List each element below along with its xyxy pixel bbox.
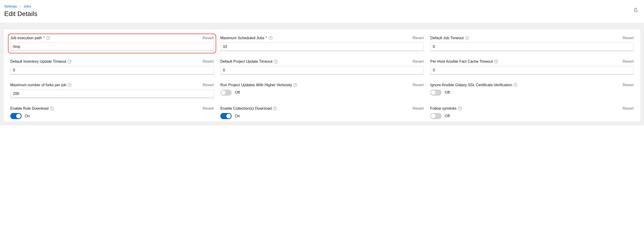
- input-default-inventory-timeout[interactable]: [10, 66, 214, 75]
- label-default-job-timeout: Default Job Timeout: [430, 36, 464, 40]
- toggle-ignore-ssl[interactable]: [430, 90, 442, 96]
- label-default-project-timeout: Default Project Update Timeout: [220, 59, 272, 64]
- input-default-project-timeout[interactable]: [220, 66, 424, 75]
- content-area: Job execution path * ? Revert Maximum Sc…: [0, 23, 644, 125]
- toggle-label: Off: [235, 90, 240, 95]
- settings-grid: Job execution path * ? Revert Maximum Sc…: [10, 36, 634, 119]
- page-header: Settings › Jobs Edit Details: [0, 0, 644, 23]
- field-job-execution-path: Job execution path * ? Revert: [10, 36, 214, 51]
- revert-button[interactable]: Revert: [412, 59, 424, 64]
- page-title: Edit Details: [4, 10, 640, 18]
- revert-button[interactable]: Revert: [623, 36, 634, 40]
- field-default-project-timeout: Default Project Update Timeout ? Revert: [220, 59, 424, 75]
- help-icon[interactable]: ?: [514, 83, 517, 87]
- field-default-inventory-timeout: Default Inventory Update Timeout ? Rever…: [10, 59, 214, 75]
- revert-button[interactable]: Revert: [623, 106, 634, 111]
- toggle-label: On: [25, 114, 30, 118]
- field-follow-symlinks: Follow symlinks ? Revert Off: [430, 106, 634, 119]
- input-max-scheduled-jobs[interactable]: [220, 43, 424, 51]
- revert-button[interactable]: Revert: [203, 83, 214, 87]
- label-job-execution-path: Job execution path: [10, 36, 42, 40]
- help-icon[interactable]: ?: [274, 60, 278, 63]
- breadcrumb-separator: ›: [20, 5, 21, 8]
- field-max-forks: Maximum number of forks per job ? Revert: [10, 83, 214, 98]
- field-enable-role-download: Enable Role Download ? Revert On: [10, 106, 214, 119]
- toggle-higher-verbosity[interactable]: [220, 90, 232, 96]
- help-icon[interactable]: ?: [68, 60, 71, 63]
- required-indicator: *: [43, 36, 44, 40]
- help-icon[interactable]: ?: [294, 83, 297, 87]
- toggle-label: Off: [445, 90, 450, 95]
- settings-card: Job execution path * ? Revert Maximum Sc…: [4, 29, 640, 121]
- toggle-label: Off: [445, 114, 450, 118]
- help-icon[interactable]: ?: [458, 107, 462, 110]
- field-default-job-timeout: Default Job Timeout ? Revert: [430, 36, 634, 51]
- input-default-job-timeout[interactable]: [430, 43, 634, 51]
- help-icon[interactable]: ?: [494, 60, 498, 63]
- label-max-forks: Maximum number of forks per job: [10, 83, 66, 87]
- label-fact-cache-timeout: Per-Host Ansible Fact Cache Timeout: [430, 59, 493, 64]
- help-icon[interactable]: ?: [269, 36, 272, 40]
- field-enable-collection-download: Enable Collection(s) Download ? Revert O…: [220, 106, 424, 119]
- field-ignore-ssl: Ignore Ansible Galaxy SSL Certificate Ve…: [430, 83, 634, 98]
- breadcrumb-jobs-link[interactable]: Jobs: [24, 4, 31, 8]
- toggle-enable-collection-download[interactable]: [220, 113, 232, 119]
- breadcrumb: Settings › Jobs: [4, 4, 640, 8]
- help-icon[interactable]: ?: [465, 36, 469, 40]
- help-icon[interactable]: ?: [46, 36, 50, 40]
- revert-button[interactable]: Revert: [412, 106, 424, 111]
- field-fact-cache-timeout: Per-Host Ansible Fact Cache Timeout ? Re…: [430, 59, 634, 75]
- label-default-inventory-timeout: Default Inventory Update Timeout: [10, 59, 66, 64]
- input-max-forks[interactable]: [10, 90, 214, 98]
- help-icon[interactable]: ?: [50, 107, 54, 110]
- revert-button[interactable]: Revert: [623, 83, 634, 87]
- field-max-scheduled-jobs: Maximum Scheduled Jobs * ? Revert: [220, 36, 424, 51]
- label-enable-role-download: Enable Role Download: [10, 106, 48, 111]
- label-follow-symlinks: Follow symlinks: [430, 106, 456, 111]
- history-icon[interactable]: [633, 8, 638, 13]
- input-fact-cache-timeout[interactable]: [430, 66, 634, 75]
- help-icon[interactable]: ?: [273, 107, 277, 110]
- revert-button[interactable]: Revert: [203, 59, 214, 64]
- label-ignore-ssl: Ignore Ansible Galaxy SSL Certificate Ve…: [430, 83, 512, 87]
- field-higher-verbosity: Run Project Updates With Higher Verbosit…: [220, 83, 424, 98]
- toggle-enable-role-download[interactable]: [10, 113, 22, 119]
- revert-button[interactable]: Revert: [412, 36, 424, 40]
- label-max-scheduled-jobs: Maximum Scheduled Jobs: [220, 36, 264, 40]
- revert-button[interactable]: Revert: [203, 36, 214, 40]
- revert-button[interactable]: Revert: [623, 59, 634, 64]
- label-enable-collection-download: Enable Collection(s) Download: [220, 106, 272, 111]
- input-job-execution-path[interactable]: [10, 43, 214, 51]
- revert-button[interactable]: Revert: [412, 83, 424, 87]
- required-indicator: *: [266, 36, 267, 40]
- breadcrumb-settings-link[interactable]: Settings: [4, 4, 17, 8]
- revert-button[interactable]: Revert: [203, 106, 214, 111]
- toggle-follow-symlinks[interactable]: [430, 113, 442, 119]
- help-icon[interactable]: ?: [68, 83, 71, 87]
- label-higher-verbosity: Run Project Updates With Higher Verbosit…: [220, 83, 292, 87]
- toggle-label: On: [235, 114, 240, 118]
